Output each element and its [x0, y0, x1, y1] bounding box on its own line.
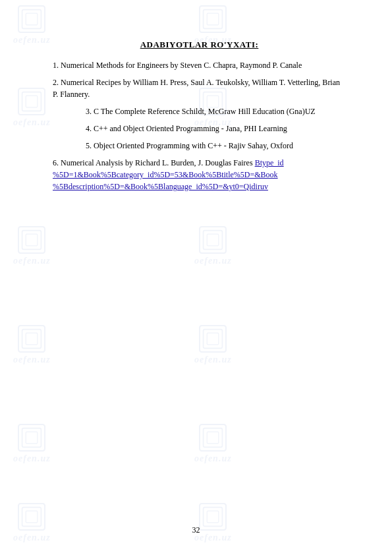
book-text: Numerical Methods for Engineers by Steve…: [61, 61, 302, 70]
page-number: 32: [192, 525, 200, 535]
book-text: Object Oriented Programming with C++ - R…: [94, 141, 293, 150]
watermark-12: oefen.uz: [194, 501, 232, 543]
watermark-7: oefen.uz: [13, 323, 51, 365]
list-item: 6. Numerical Analysis by Richard L. Burd…: [53, 157, 346, 192]
book-text: C The Complete Reference Schildt, McGraw…: [94, 107, 316, 116]
book-number: 2.: [53, 78, 61, 87]
svg-rect-25: [22, 428, 42, 448]
list-item: 3. C The Complete Reference Schildt, McG…: [53, 105, 346, 117]
svg-rect-32: [26, 511, 38, 523]
watermark-10: oefen.uz: [194, 422, 232, 464]
book-number: 3.: [86, 107, 94, 116]
book-text: C++ and Object Oriented Programming - Ja…: [94, 124, 287, 133]
svg-rect-24: [18, 424, 45, 451]
book-number: 6.: [53, 158, 61, 167]
svg-rect-35: [208, 511, 219, 523]
svg-rect-28: [204, 428, 223, 448]
svg-rect-33: [200, 504, 226, 530]
svg-rect-26: [26, 432, 38, 444]
book-list: 1. Numerical Methods for Engineers by St…: [53, 59, 346, 192]
svg-rect-23: [208, 333, 219, 345]
svg-rect-31: [22, 508, 42, 527]
main-content: ADABIYOTLAR RO'YXATI: 1. Numerical Metho…: [0, 0, 392, 237]
book-number: 4.: [86, 124, 94, 133]
svg-rect-34: [204, 508, 223, 527]
list-item: 1. Numerical Methods for Engineers by St…: [53, 59, 346, 71]
svg-rect-27: [200, 424, 226, 451]
book-number: 5.: [86, 141, 94, 150]
svg-rect-20: [26, 333, 38, 345]
list-item: 2. Numerical Recipes by William H. Press…: [53, 76, 346, 100]
watermark-9: oefen.uz: [13, 422, 51, 464]
svg-rect-30: [18, 504, 45, 530]
book-text: Numerical Recipes by William H. Press, S…: [53, 78, 340, 99]
svg-rect-21: [200, 326, 226, 352]
watermark-8: oefen.uz: [194, 323, 232, 365]
svg-rect-18: [18, 326, 45, 352]
watermark-11: oefen.uz: [13, 501, 51, 543]
book-text: Numerical Analysis by Richard L. Burden,…: [61, 158, 255, 167]
list-item: 5. Object Oriented Programming with C++ …: [53, 140, 346, 152]
list-item: 4. C++ and Object Oriented Programming -…: [53, 123, 346, 134]
page: oefen.uz oefen.uz oefen.uz: [0, 0, 392, 555]
svg-rect-22: [204, 330, 223, 349]
section-title: ADABIYOTLAR RO'YXATI:: [53, 40, 346, 50]
book-number: 1.: [53, 61, 61, 70]
svg-rect-29: [208, 432, 219, 444]
svg-rect-19: [22, 330, 42, 349]
